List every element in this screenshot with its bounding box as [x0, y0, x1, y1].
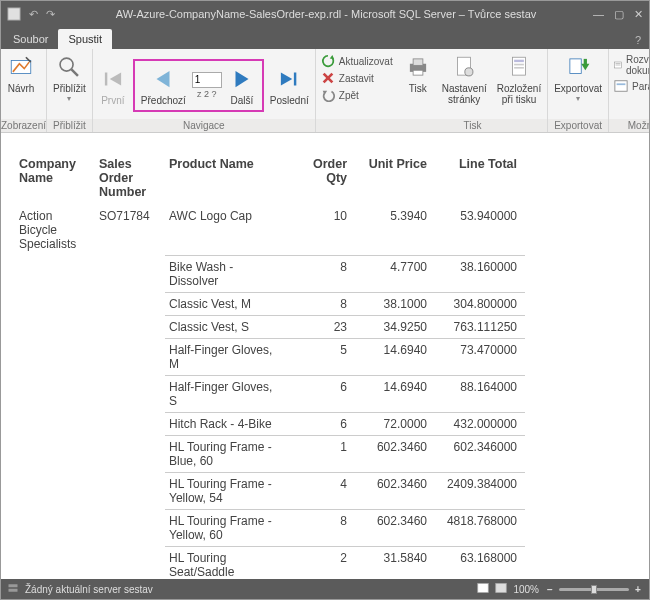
zoom-in-button[interactable]: +: [633, 584, 643, 595]
refresh-button[interactable]: Aktualizovat: [318, 53, 396, 69]
design-button[interactable]: Návrh: [3, 51, 39, 96]
table-row: Bike Wash - Dissolver84.770038.160000: [15, 255, 525, 292]
export-icon: [564, 53, 592, 81]
design-label: Návrh: [8, 83, 35, 94]
back-icon: [321, 88, 335, 102]
zoom-level-label: 100%: [513, 584, 539, 595]
page-count-label: z 2 ?: [197, 89, 217, 99]
col-qty: Order Qty: [285, 153, 355, 205]
table-row: HL Touring Frame - Yellow, 544602.346024…: [15, 472, 525, 509]
svg-rect-33: [478, 584, 489, 593]
next-page-button[interactable]: Další: [224, 63, 260, 108]
svg-marker-6: [157, 70, 170, 86]
help-icon[interactable]: ?: [627, 31, 649, 49]
group-navigation: První Předchozí z 2 ? Další: [93, 49, 316, 132]
group-zoom: Přiblížit ▾ Přiblížit: [47, 49, 93, 132]
table-row: Hitch Rack - 4-Bike672.0000432.000000: [15, 412, 525, 435]
params-button[interactable]: Parametry: [611, 78, 650, 94]
svg-marker-10: [330, 55, 334, 59]
docmap-button[interactable]: Rozvržení dokumentu: [611, 53, 650, 77]
table-row: Action Bicycle SpecialistsSO71784AWC Log…: [15, 205, 525, 255]
print-button[interactable]: Tisk: [400, 51, 436, 96]
svg-rect-25: [584, 59, 587, 66]
window-title: AW-Azure-CompanyName-SalesOrder-exp.rdl …: [59, 8, 593, 20]
svg-rect-34: [496, 584, 507, 593]
last-icon: [275, 65, 303, 93]
export-label: Exportovat: [554, 83, 602, 94]
page-setup-button[interactable]: Nastavení stránky: [438, 51, 491, 107]
quickaccess-undo-icon[interactable]: ↶: [29, 8, 38, 21]
prev-icon: [149, 65, 177, 93]
svg-rect-16: [413, 70, 423, 75]
table-row: Half-Finger Gloves, S614.694088.164000: [15, 375, 525, 412]
pagesetup-icon: [450, 53, 478, 81]
stop-icon: [321, 71, 335, 85]
report-viewport[interactable]: Company Name Sales Order Number Product …: [1, 133, 649, 579]
svg-rect-0: [8, 8, 20, 20]
col-company: Company Name: [15, 153, 95, 205]
table-row: Classic Vest, S2334.9250763.111250: [15, 315, 525, 338]
server-status-label: Žádný aktuální server sestav: [25, 584, 153, 595]
group-view: Návrh Zobrazení: [1, 49, 47, 132]
zoom-out-button[interactable]: −: [545, 584, 555, 595]
svg-rect-9: [294, 72, 296, 85]
view-mode-icon-2[interactable]: [495, 582, 507, 596]
svg-rect-21: [514, 64, 524, 66]
last-page-button[interactable]: Poslední: [266, 63, 313, 108]
first-page-button[interactable]: První: [95, 63, 131, 108]
print-layout-button[interactable]: Rozložení při tisku: [493, 51, 545, 107]
titlebar: ↶ ↷ AW-Azure-CompanyName-SalesOrder-exp.…: [1, 1, 649, 27]
page-number-input[interactable]: [192, 72, 222, 88]
table-row: HL Touring Frame - Blue, 601602.3460602.…: [15, 435, 525, 472]
group-print-label: Tisk: [398, 119, 548, 132]
svg-rect-32: [9, 589, 18, 592]
col-price: Unit Price: [355, 153, 435, 205]
prev-label: Předchozí: [141, 95, 186, 106]
zoom-slider[interactable]: [559, 588, 629, 591]
quickaccess-redo-icon[interactable]: ↷: [46, 8, 55, 21]
next-label: Další: [230, 95, 253, 106]
table-row: Half-Finger Gloves, M514.694073.470000: [15, 338, 525, 375]
last-label: Poslední: [270, 95, 309, 106]
svg-rect-22: [514, 67, 524, 69]
view-mode-icon[interactable]: [477, 582, 489, 596]
group-print: Tisk Nastavení stránky Rozložení při tis…: [398, 49, 549, 132]
svg-marker-7: [235, 70, 248, 86]
close-button[interactable]: ✕: [634, 8, 643, 21]
svg-rect-23: [570, 59, 581, 74]
docmap-icon: [614, 58, 622, 72]
first-icon: [99, 65, 127, 93]
back-button[interactable]: Zpět: [318, 87, 396, 103]
design-icon: [7, 53, 35, 81]
stop-button[interactable]: Zastavit: [318, 70, 396, 86]
group-view-label: Zobrazení: [1, 119, 46, 132]
group-export-label: Exportovat: [548, 119, 608, 132]
maximize-button[interactable]: ▢: [614, 8, 624, 21]
export-button[interactable]: Exportovat ▾: [550, 51, 606, 105]
svg-rect-30: [617, 83, 626, 85]
statusbar: Žádný aktuální server sestav 100% − +: [1, 579, 649, 599]
col-product: Product Name: [165, 153, 285, 205]
svg-marker-5: [110, 72, 121, 85]
print-label: Tisk: [409, 83, 427, 94]
svg-rect-20: [514, 60, 524, 62]
printer-icon: [404, 53, 432, 81]
group-refresh: Aktualizovat Zastavit Zpět: [316, 49, 398, 132]
zoom-label: Přiblížit: [53, 83, 86, 94]
nav-highlight: Předchozí z 2 ? Další: [133, 59, 264, 112]
printlayout-icon: [505, 53, 533, 81]
col-total: Line Total: [435, 153, 525, 205]
svg-rect-15: [413, 59, 423, 66]
next-icon: [228, 65, 256, 93]
minimize-button[interactable]: —: [593, 8, 604, 21]
zoom-button[interactable]: Přiblížit ▾: [49, 51, 90, 105]
params-icon: [614, 79, 628, 93]
svg-marker-8: [281, 72, 292, 85]
tab-run[interactable]: Spustit: [58, 29, 112, 49]
tab-file[interactable]: Soubor: [3, 29, 58, 49]
first-label: První: [101, 95, 124, 106]
prev-page-button[interactable]: Předchozí: [137, 63, 190, 108]
table-row: Classic Vest, M838.1000304.800000: [15, 292, 525, 315]
ribbon: Návrh Zobrazení Přiblížit ▾ Přiblížit Pr…: [1, 49, 649, 133]
col-so: Sales Order Number: [95, 153, 165, 205]
